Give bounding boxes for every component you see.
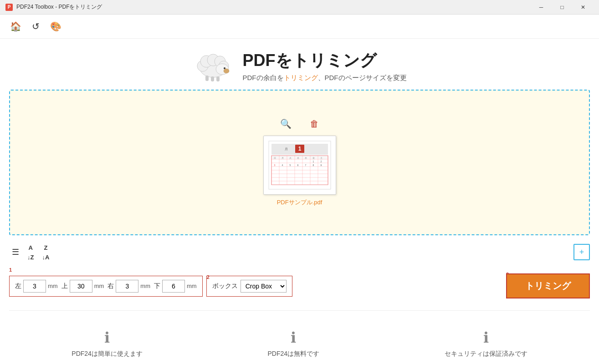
info-label-easy: PDF24は簡単に使えます — [72, 350, 143, 358]
step2-marker: 2 — [207, 274, 210, 280]
svg-text:5: 5 — [289, 164, 291, 167]
svg-text:3: 3 — [274, 164, 275, 167]
svg-text:1: 1 — [312, 160, 314, 163]
svg-point-8 — [224, 69, 229, 73]
info-icon-easy: ℹ — [104, 329, 110, 346]
delete-icon: 🗑 — [310, 119, 319, 129]
delete-button[interactable]: 🗑 — [310, 118, 319, 129]
svg-text:9: 9 — [320, 164, 322, 167]
bottom-input[interactable] — [162, 280, 185, 293]
top-param-group: 上 mm — [61, 280, 104, 293]
titlebar-controls: ─ □ ✕ — [531, 0, 594, 15]
page-title: PDFをトリミング — [243, 50, 407, 72]
info-item-security: ℹ セキュリティは保証済みです — [445, 329, 527, 358]
close-button[interactable]: ✕ — [573, 0, 594, 15]
svg-text:木: 木 — [304, 157, 307, 159]
drop-zone[interactable]: 🔍 🗑 1 月 — [9, 90, 590, 235]
sort-az-icon: A↓Z — [27, 244, 34, 261]
maximize-button[interactable]: □ — [552, 0, 573, 15]
titlebar-left: P PDF24 Toolbox - PDFをトリミング — [5, 3, 102, 11]
left-label: 左 — [15, 282, 21, 290]
footer-info: ℹ PDF24は簡単に使えます ℹ PDF24は無料です ℹ セキュリティは保証… — [9, 310, 590, 364]
left-param-group: 左 mm — [15, 280, 58, 293]
step1-marker: 1 — [9, 267, 12, 273]
home-icon: 🏠 — [10, 21, 21, 32]
list-icon: ☰ — [12, 248, 19, 257]
titlebar-title: PDF24 Toolbox - PDFをトリミング — [16, 3, 102, 11]
svg-text:1: 1 — [298, 146, 301, 152]
top-unit: mm — [94, 283, 104, 289]
bottom-param-group: 下 mm — [154, 280, 197, 293]
right-unit: mm — [140, 283, 150, 289]
params-row: 1 左 mm 上 mm 右 mm 下 — [9, 269, 590, 303]
header-text: PDFをトリミング PDFの余白をトリミング、PDFのページサイズを変更 — [243, 50, 407, 82]
home-button[interactable]: 🏠 — [7, 18, 24, 35]
bottom-label: 下 — [154, 282, 160, 290]
info-item-free: ℹ PDF24は無料です — [267, 329, 319, 358]
back-button[interactable]: ↺ — [27, 18, 44, 35]
toolbar: 🏠 ↺ 🎨 — [0, 15, 599, 39]
top-input[interactable] — [70, 280, 92, 293]
zoom-icon: 🔍 — [280, 119, 292, 129]
page-header: PDFをトリミング PDFの余白をトリミング、PDFのページサイズを変更 — [0, 39, 599, 90]
info-item-easy: ℹ PDF24は簡単に使えます — [72, 329, 143, 358]
main-content: 🔍 🗑 1 月 — [0, 90, 599, 364]
svg-text:金: 金 — [312, 157, 314, 159]
trim-btn-wrapper: 3 トリミング — [506, 273, 590, 298]
info-label-security: セキュリティは保証済みです — [445, 350, 527, 358]
svg-text:月: 月 — [284, 147, 287, 151]
minimize-button[interactable]: ─ — [531, 0, 552, 15]
file-card: 🔍 🗑 1 月 — [263, 118, 336, 207]
left-input[interactable] — [23, 280, 46, 293]
svg-text:7: 7 — [305, 164, 306, 167]
theme-button[interactable]: 🎨 — [47, 18, 64, 35]
svg-text:日: 日 — [273, 157, 276, 159]
back-icon: ↺ — [32, 21, 40, 32]
sort-za-button[interactable]: Z↓A — [39, 241, 52, 263]
titlebar: P PDF24 Toolbox - PDFをトリミング ─ □ ✕ — [0, 0, 599, 15]
svg-text:水: 水 — [297, 157, 299, 159]
info-label-free: PDF24は無料です — [267, 350, 319, 358]
controls-bar: ☰ A↓Z Z↓A + — [9, 235, 590, 269]
mascot — [193, 50, 234, 82]
box-select[interactable]: Crop Box Media Box Trim Box Bleed Box — [241, 280, 287, 293]
file-name: PDFサンプル.pdf — [277, 198, 323, 207]
zoom-button[interactable]: 🔍 — [280, 118, 292, 129]
svg-text:月: 月 — [281, 157, 283, 159]
app-icon: P — [5, 4, 13, 11]
svg-text:土: 土 — [320, 157, 322, 159]
left-unit: mm — [48, 283, 58, 289]
list-view-button[interactable]: ☰ — [9, 245, 22, 259]
svg-text:2: 2 — [320, 160, 322, 163]
svg-text:4: 4 — [282, 164, 283, 167]
svg-rect-9 — [205, 76, 209, 81]
plus-icon: + — [579, 248, 584, 257]
svg-text:6: 6 — [297, 164, 298, 167]
svg-rect-10 — [211, 76, 214, 81]
trim-button[interactable]: トリミング — [506, 273, 590, 298]
svg-rect-11 — [216, 76, 220, 81]
info-icon-security: ℹ — [483, 329, 489, 346]
top-label: 上 — [61, 282, 68, 290]
file-thumbnail: 1 月 — [263, 136, 336, 195]
right-label: 右 — [108, 282, 114, 290]
sort-za-icon: Z↓A — [42, 244, 49, 261]
svg-rect-17 — [271, 156, 328, 159]
page-subtitle: PDFの余白をトリミング、PDFのページサイズを変更 — [243, 74, 407, 82]
svg-text:火: 火 — [289, 157, 291, 159]
right-param-group: 右 mm — [108, 280, 150, 293]
info-icon-free: ℹ — [291, 329, 296, 346]
box-select-group: 2 ボックス Crop Box Media Box Trim Box Bleed… — [206, 276, 292, 297]
right-input[interactable] — [116, 280, 138, 293]
file-actions: 🔍 🗑 — [280, 118, 319, 129]
add-file-button[interactable]: + — [573, 244, 590, 260]
bottom-unit: mm — [187, 283, 197, 289]
view-controls: ☰ A↓Z Z↓A — [9, 241, 52, 263]
params-box: 左 mm 上 mm 右 mm 下 mm — [9, 276, 203, 297]
sort-az-button[interactable]: A↓Z — [25, 241, 36, 263]
svg-text:8: 8 — [312, 164, 314, 167]
theme-icon: 🎨 — [50, 21, 61, 32]
box-label: ボックス — [212, 282, 238, 290]
